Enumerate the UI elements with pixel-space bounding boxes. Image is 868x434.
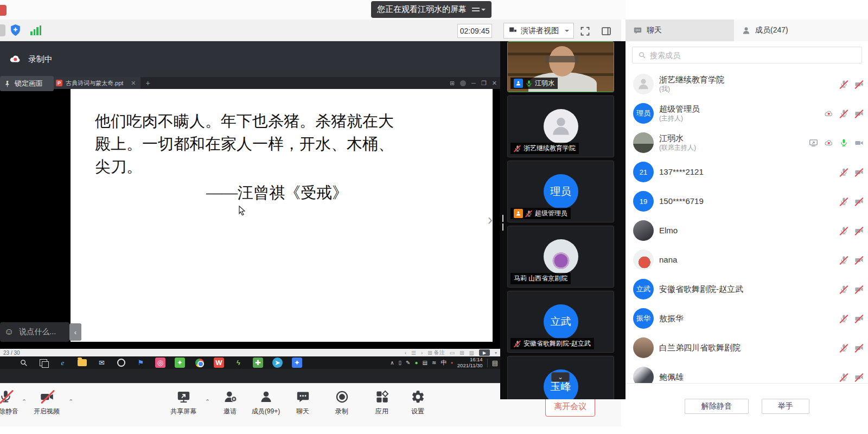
mic-muted-icon[interactable] — [525, 210, 533, 218]
cam-muted-icon[interactable] — [854, 109, 864, 118]
mic-muted-icon[interactable] — [839, 226, 848, 235]
slide-list-icon[interactable]: ☰ — [411, 350, 416, 356]
video-options-chevron[interactable]: ⌃ — [68, 398, 73, 405]
tray-icon[interactable]: ✎ — [406, 360, 410, 366]
mic-muted-icon[interactable] — [514, 340, 521, 348]
play-options-caret[interactable]: ▾ — [495, 350, 497, 355]
cam-muted-icon[interactable] — [854, 168, 864, 177]
members-button[interactable]: 成员(99+) — [245, 388, 286, 416]
screen-share-icon[interactable] — [809, 138, 818, 148]
wechat-taskbar-icon[interactable]: ✦ — [175, 358, 185, 368]
mic-on-icon[interactable] — [525, 80, 533, 87]
tab-members[interactable]: 成员(247) — [734, 20, 868, 41]
strip-scrollbar[interactable] — [502, 215, 503, 222]
video-tile[interactable]: 理员超级管理员 — [507, 161, 614, 222]
chat-button[interactable]: 聊天 — [288, 388, 318, 416]
internet-explorer-taskbar-icon[interactable]: e — [58, 358, 68, 368]
member-search-box[interactable] — [632, 47, 862, 63]
quick-chat-input[interactable]: ☺ 说点什么... — [0, 322, 69, 342]
watching-screen-banner[interactable]: 您正在观看江弱水的屏幕 — [371, 1, 492, 18]
ppt-document-tab[interactable]: P 古典诗词与蒙太奇.ppt ✕ — [52, 77, 141, 89]
blue-app-taskbar-icon[interactable]: ✦ — [292, 358, 302, 368]
member-row[interactable]: 理员超级管理员(主持人) — [626, 99, 868, 128]
tray-icon[interactable]: ▪ — [451, 360, 453, 366]
chat-pill-collapse-button[interactable]: ‹ — [69, 323, 81, 341]
unmute-button[interactable]: 解除静音 — [0, 388, 23, 416]
strip-collapse-button[interactable]: ⌄ — [551, 372, 570, 382]
video-tile[interactable]: 江弱水 — [507, 41, 614, 92]
mail-taskbar-icon[interactable]: ✉ — [97, 358, 107, 368]
video-tile[interactable]: 马莉 山西省京剧院 — [507, 226, 614, 288]
mic-muted-icon[interactable] — [514, 145, 521, 152]
flag-app-taskbar-icon[interactable]: ⚑ — [136, 358, 146, 368]
search-taskbar-icon[interactable] — [18, 358, 29, 368]
mic-muted-icon[interactable] — [839, 343, 848, 353]
leave-meeting-button[interactable]: 离开会议 — [545, 397, 595, 417]
layout-panel-button[interactable] — [599, 24, 613, 38]
slideshow-play-button[interactable]: ▶ — [479, 349, 490, 356]
ppt-layout-icon[interactable]: ⊞ — [450, 80, 455, 87]
wps-taskbar-icon[interactable]: W — [214, 358, 224, 368]
ppt-restore-icon[interactable]: ❐ — [481, 80, 487, 87]
member-row[interactable]: 19150****6719 — [626, 187, 868, 216]
mic-on-icon[interactable] — [839, 138, 848, 148]
tray-icon[interactable]: ∧ — [390, 360, 394, 366]
mic-options-chevron[interactable]: ⌃ — [22, 398, 27, 405]
security-shield-taskbar-icon[interactable]: ✚ — [253, 358, 263, 368]
notes-toggle[interactable]: ⊞备注 — [427, 349, 444, 356]
mic-muted-icon[interactable] — [839, 109, 848, 118]
member-row[interactable]: 浙艺继续教育学院(我) — [626, 69, 868, 99]
cam-muted-icon[interactable] — [854, 285, 864, 294]
lock-view-button[interactable]: 锁定画面 — [0, 76, 54, 91]
start-video-button[interactable]: 开启视频 — [27, 388, 66, 416]
raise-hand-button[interactable]: 举手 — [762, 399, 809, 414]
fullscreen-button[interactable] — [578, 24, 592, 38]
cam-muted-icon[interactable] — [854, 256, 864, 265]
cam-muted-icon[interactable] — [854, 314, 864, 323]
tray-icon[interactable]: ▯ — [398, 360, 401, 366]
ppt-account-icon[interactable] — [460, 80, 466, 86]
member-row[interactable]: 21137****2121 — [626, 157, 868, 187]
tab-close-icon[interactable]: ✕ — [131, 80, 136, 87]
prev-slide-icon[interactable]: ‹ — [405, 350, 406, 356]
panel-unmute-button[interactable]: 解除静音 — [685, 399, 749, 414]
chrome-taskbar-icon[interactable] — [194, 358, 205, 368]
share-options-chevron[interactable]: ⌃ — [205, 398, 210, 405]
next-slide-icon[interactable]: › — [421, 350, 423, 356]
mic-muted-icon[interactable] — [839, 314, 848, 323]
cam-muted-icon[interactable] — [854, 80, 864, 89]
share-screen-button[interactable]: 共享屏幕 — [164, 388, 203, 416]
mic-muted-icon[interactable] — [839, 197, 848, 206]
tray-icon[interactable]: ▤ — [422, 360, 427, 366]
tray-icon[interactable]: ≋ — [432, 360, 436, 366]
emoji-icon[interactable]: ☺ — [4, 327, 14, 337]
banner-menu-icon[interactable] — [472, 7, 486, 13]
flash-app-taskbar-icon[interactable]: ϟ — [233, 358, 244, 368]
search-input[interactable] — [650, 51, 856, 60]
grid-view-icon[interactable]: ⊞ — [459, 350, 464, 356]
mic-muted-icon[interactable] — [839, 168, 848, 177]
member-row[interactable]: 振华敖振华 — [626, 304, 868, 333]
strip-expand-arrow[interactable]: › — [488, 212, 493, 228]
tab-chat[interactable]: 聊天 — [626, 20, 734, 41]
normal-view-icon[interactable]: ▭ — [450, 350, 455, 356]
mic-muted-icon[interactable] — [839, 256, 848, 265]
cam-muted-icon[interactable] — [854, 373, 864, 382]
read-view-icon[interactable]: ▥ — [469, 350, 474, 356]
new-tab-button[interactable]: + — [146, 79, 150, 87]
cam-muted-icon[interactable] — [854, 343, 864, 353]
video-tile[interactable]: 立武安徽省歌舞剧院-赵立武 — [507, 291, 614, 353]
video-tile[interactable]: 浙艺继续教育学院 — [507, 95, 614, 157]
member-row[interactable]: 江弱水(联席主持人) — [626, 128, 868, 157]
tray-icon[interactable]: ● — [414, 360, 418, 366]
cam-muted-icon[interactable] — [854, 197, 864, 206]
settings-button[interactable]: 设置 — [403, 388, 433, 416]
cloud-rec-icon[interactable] — [824, 138, 833, 148]
security-shield-icon[interactable] — [9, 23, 22, 37]
telegram-taskbar-icon[interactable]: ➤ — [272, 358, 283, 368]
notification-center-icon[interactable]: ▤ — [492, 359, 498, 367]
member-row[interactable]: 立武安徽省歌舞剧院-赵立武 — [626, 275, 868, 304]
mic-muted-icon[interactable] — [839, 373, 848, 382]
record-button[interactable]: 录制 — [327, 388, 357, 416]
apps-button[interactable]: 应用 — [367, 388, 397, 416]
